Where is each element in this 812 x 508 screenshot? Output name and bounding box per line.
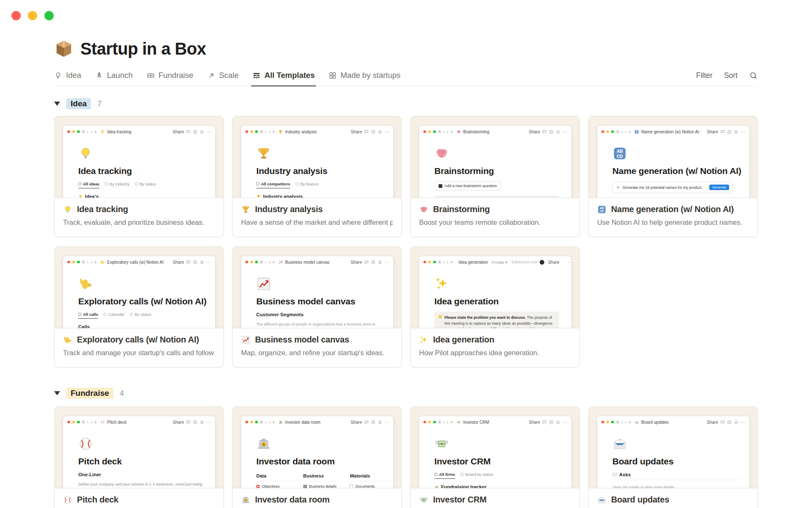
view-tab[interactable]: Board by status xyxy=(461,472,493,479)
card-title-row: Idea generation xyxy=(419,335,571,345)
grid-icon xyxy=(252,72,261,80)
more-icon: ⋯ xyxy=(568,260,571,265)
view-tab[interactable]: By status xyxy=(135,182,156,188)
mini-window: ≡‹›+Industry analysisShare⋯Industry anal… xyxy=(241,126,393,198)
minimize-window-dot[interactable] xyxy=(28,11,37,20)
sort-button[interactable]: Sort xyxy=(724,71,738,80)
comment-icon xyxy=(720,420,725,425)
tab-made-by-startups[interactable]: Made by startups xyxy=(329,64,401,86)
preview-heading-label: Asks xyxy=(619,472,631,477)
svg-text:CD: CD xyxy=(636,132,638,133)
page-link-label: Objectives xyxy=(262,484,280,488)
ai-prompt-input[interactable]: Generate me 15 potential names for my pr… xyxy=(612,182,733,193)
close-window-dot[interactable] xyxy=(11,11,21,20)
tab-launch[interactable]: Launch xyxy=(95,64,133,86)
forward-icon: › xyxy=(625,130,626,134)
share-button[interactable]: Share xyxy=(707,130,718,134)
section-count: 4 xyxy=(120,389,124,398)
mini-window: ≡‹›+Idea generationPrivate ▾Edited just … xyxy=(419,256,571,328)
mini-window-body: $Investor data roomDataObjectivesMetrics… xyxy=(241,428,393,488)
card-title: Name generation (w/ Notion AI) xyxy=(611,204,734,214)
view-tab[interactable]: All competitors xyxy=(256,182,290,188)
zoom-window-dot[interactable] xyxy=(44,11,54,20)
share-button[interactable]: Share xyxy=(173,420,184,425)
doc-icon xyxy=(350,484,353,488)
mini-page-title: Industry analysis xyxy=(256,166,387,176)
tab-label: Scale xyxy=(219,71,239,80)
view-tab[interactable]: Calendar xyxy=(104,312,125,319)
mini-window-title: Investor CRM xyxy=(463,420,489,425)
link-column: DataObjectivesMetrics xyxy=(256,473,291,488)
mini-window-body: Pitch deckOne-LinerDefine your company a… xyxy=(63,428,215,488)
share-button[interactable]: Share xyxy=(548,260,560,265)
tab-idea[interactable]: Idea xyxy=(54,64,81,86)
share-button[interactable]: Share xyxy=(351,260,362,265)
share-button[interactable]: Share xyxy=(173,260,184,265)
view-tab[interactable]: All calls xyxy=(78,312,98,319)
share-button[interactable]: Share xyxy=(351,130,362,134)
card-description: Track, evaluate, and prioritize business… xyxy=(63,218,215,226)
clock-icon xyxy=(727,130,732,134)
page-emoji-icon xyxy=(100,260,105,265)
template-grid-fundraise: ≡‹›+Pitch deckShare⋯Pitch deckOne-LinerD… xyxy=(54,406,758,508)
search-icon[interactable] xyxy=(749,71,758,80)
share-button[interactable]: Share xyxy=(173,130,184,134)
template-card[interactable]: ≡‹›+Idea generationPrivate ▾Edited just … xyxy=(410,246,580,367)
clock-icon xyxy=(727,420,732,425)
comment-icon xyxy=(720,130,725,134)
mini-window-chrome: ≡‹›+Industry analysisShare⋯ xyxy=(241,126,393,138)
share-button[interactable]: Share xyxy=(351,420,362,425)
card-description: Use Notion AI to help generate product n… xyxy=(597,218,749,226)
template-card[interactable]: ≡‹›+Idea trackingShare⋯Idea trackingAll … xyxy=(54,116,224,237)
traffic-light-dot xyxy=(255,261,258,264)
share-button[interactable]: Share xyxy=(707,420,718,425)
tab-fundraise[interactable]: Fundraise xyxy=(147,64,193,86)
template-card[interactable]: ≡‹›+Investor CRMShare⋯Investor CRMAll fi… xyxy=(410,406,580,508)
preview-heading-label: One-Liner xyxy=(78,472,101,477)
traffic-light-dot xyxy=(72,130,75,133)
page-link[interactable]: Documents xyxy=(350,484,387,488)
page-link[interactable]: Objectives xyxy=(256,484,291,488)
template-card[interactable]: ≡‹›+Pitch deckShare⋯Pitch deckOne-LinerD… xyxy=(54,406,224,508)
collapse-toggle-icon[interactable] xyxy=(54,391,60,395)
comment-icon xyxy=(186,260,191,265)
card-footer: Idea trackingTrack, evaluate, and priori… xyxy=(55,198,223,237)
preview-button[interactable]: Add a new brainstorm question xyxy=(434,181,501,190)
template-card[interactable]: ≡‹›+Industry analysisShare⋯Industry anal… xyxy=(232,116,402,237)
view-tab[interactable]: All ideas xyxy=(78,182,99,188)
traffic-light-dot xyxy=(245,261,248,264)
generate-button[interactable]: Generate xyxy=(709,185,729,190)
card-emoji-icon xyxy=(241,335,250,345)
template-card[interactable]: ≡‹›+BrainstormingShare⋯BrainstormingAdd … xyxy=(410,116,580,237)
traffic-light-dot xyxy=(433,421,436,424)
page-emoji-icon xyxy=(256,146,271,161)
share-button[interactable]: Share xyxy=(529,420,540,425)
page-emoji-icon xyxy=(634,420,639,425)
view-tab[interactable]: By feature xyxy=(296,182,318,188)
filter-button[interactable]: Filter xyxy=(696,71,713,80)
template-card[interactable]: ≡‹›+ABCDName generation (w) Notion AISha… xyxy=(588,116,758,237)
forward-icon: › xyxy=(91,420,92,425)
card-emoji-icon xyxy=(63,205,72,214)
tab-all-templates[interactable]: All Templates xyxy=(252,64,315,86)
page-link[interactable]: Business details xyxy=(303,484,338,488)
card-footer: Pitch deck xyxy=(55,488,223,508)
star-icon xyxy=(378,260,382,265)
view-tab[interactable]: All firms xyxy=(434,472,455,479)
preview-heading: One-Liner xyxy=(78,472,209,477)
view-tab[interactable]: By industry xyxy=(105,182,129,188)
template-card[interactable]: ≡‹›+Board updatesShare⋯Board updatesAsks… xyxy=(588,406,758,508)
tab-scale[interactable]: Scale xyxy=(207,64,239,86)
card-title-row: ABCDName generation (w/ Notion AI) xyxy=(597,204,749,214)
view-tabs: All competitorsBy feature xyxy=(256,182,387,188)
share-button[interactable]: Share xyxy=(529,130,540,134)
traffic-light-dot xyxy=(255,421,258,424)
traffic-light-dot xyxy=(423,421,426,424)
traffic-light-dot xyxy=(250,261,253,264)
template-card[interactable]: ≡‹›+$Investor data roomShare⋯$Investor d… xyxy=(232,406,402,508)
template-card[interactable]: ≡‹›+Business model canvasShare⋯Business … xyxy=(232,246,402,367)
view-tab[interactable]: By status xyxy=(130,312,151,319)
template-card[interactable]: ≡‹›+Exploratory calls (w) Notion AIShare… xyxy=(54,246,224,367)
clock-icon xyxy=(371,130,376,134)
collapse-toggle-icon[interactable] xyxy=(54,102,60,106)
